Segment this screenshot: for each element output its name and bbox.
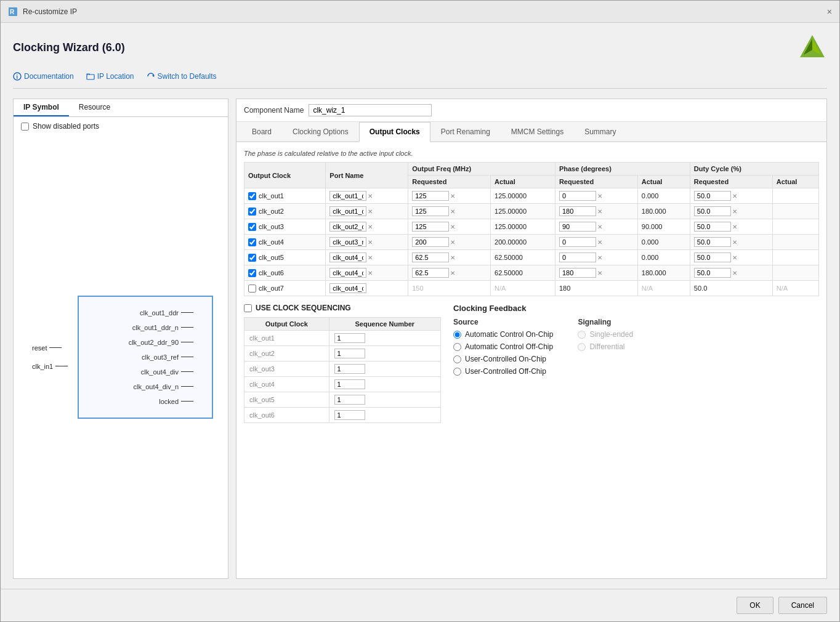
freq-req-clear[interactable]: ✕ bbox=[450, 239, 455, 246]
seq-clock-name: clk_out3 bbox=[244, 361, 329, 377]
phase-req-clear[interactable]: ✕ bbox=[597, 193, 602, 200]
port-input[interactable] bbox=[329, 206, 366, 216]
symbol-area: reset clk_in1 clk_out1_ddr bbox=[14, 135, 228, 578]
duty-req-clear[interactable]: ✕ bbox=[732, 193, 737, 200]
row-enabled-checkbox[interactable] bbox=[248, 269, 256, 277]
duty-req-input[interactable] bbox=[694, 222, 731, 232]
tab-resource[interactable]: Resource bbox=[69, 99, 120, 116]
port-input[interactable] bbox=[329, 252, 366, 262]
ip-location-button[interactable]: IP Location bbox=[86, 72, 134, 81]
left-ports: reset clk_in1 bbox=[32, 344, 68, 370]
phase-req-input[interactable] bbox=[559, 252, 596, 262]
phase-req-clear[interactable]: ✕ bbox=[597, 239, 602, 246]
seq-number-input[interactable] bbox=[334, 349, 365, 358]
freq-req-input[interactable] bbox=[412, 222, 449, 232]
freq-req-clear[interactable]: ✕ bbox=[450, 270, 455, 277]
duty-req-clear[interactable]: ✕ bbox=[732, 270, 737, 277]
duty-req-clear[interactable]: ✕ bbox=[732, 254, 737, 261]
duty-req-input[interactable] bbox=[694, 206, 731, 216]
source-user-on-chip-radio[interactable] bbox=[453, 355, 461, 363]
duty-req-clear[interactable]: ✕ bbox=[732, 224, 737, 230]
phase-req-clear[interactable]: ✕ bbox=[597, 208, 602, 215]
seq-number-input[interactable] bbox=[334, 395, 365, 405]
port-clear-btn[interactable]: ✕ bbox=[368, 239, 373, 246]
row-enabled-checkbox[interactable] bbox=[248, 285, 256, 293]
port-input[interactable] bbox=[329, 191, 366, 201]
port-clear-btn[interactable]: ✕ bbox=[368, 254, 373, 261]
phase-req-input[interactable] bbox=[559, 222, 596, 232]
seq-number-input[interactable] bbox=[334, 410, 365, 420]
row-enabled-checkbox[interactable] bbox=[248, 238, 256, 246]
ok-button[interactable]: OK bbox=[737, 597, 773, 614]
cell-phase-req: ✕ bbox=[555, 204, 637, 219]
tab-port-renaming[interactable]: Port Renaming bbox=[430, 122, 501, 142]
duty-req-clear[interactable]: ✕ bbox=[732, 208, 737, 215]
port-input[interactable] bbox=[329, 237, 366, 247]
left-panel: IP Symbol Resource Show disabled ports r… bbox=[13, 99, 228, 579]
row-enabled-checkbox[interactable] bbox=[248, 254, 256, 262]
source-auto-on-chip-radio[interactable] bbox=[453, 331, 461, 339]
duty-req-clear[interactable]: ✕ bbox=[732, 239, 737, 246]
port-clear-btn[interactable]: ✕ bbox=[368, 208, 373, 215]
port-input[interactable] bbox=[329, 222, 366, 232]
duty-req-input[interactable] bbox=[694, 268, 731, 278]
phase-req-clear[interactable]: ✕ bbox=[597, 270, 602, 277]
table-row: clk_out2 ✕ ✕ 125.00000 ✕ 180.000 ✕ bbox=[244, 204, 819, 219]
cell-port: ✕ bbox=[326, 188, 408, 204]
duty-req-input[interactable] bbox=[694, 252, 731, 262]
tab-ip-symbol[interactable]: IP Symbol bbox=[14, 99, 69, 116]
duty-req-input[interactable] bbox=[694, 191, 731, 201]
port-input[interactable] bbox=[329, 268, 366, 278]
phase-req-clear[interactable]: ✕ bbox=[597, 224, 602, 230]
close-button[interactable]: × bbox=[827, 7, 832, 17]
seq-number-input[interactable] bbox=[334, 379, 365, 389]
row-enabled-checkbox[interactable] bbox=[248, 192, 256, 200]
tab-summary[interactable]: Summary bbox=[574, 122, 626, 142]
freq-req-clear[interactable]: ✕ bbox=[450, 208, 455, 215]
phase-req-clear[interactable]: ✕ bbox=[597, 254, 602, 261]
port-input bbox=[329, 283, 366, 293]
freq-req-input[interactable] bbox=[412, 268, 449, 278]
freq-req-input[interactable] bbox=[412, 206, 449, 216]
port-clear-btn[interactable]: ✕ bbox=[368, 193, 373, 200]
show-disabled-checkbox[interactable] bbox=[21, 123, 29, 131]
switch-defaults-button[interactable]: Switch to Defaults bbox=[147, 72, 217, 81]
component-name-input[interactable] bbox=[309, 104, 432, 116]
seq-clock-name: clk_out1 bbox=[244, 331, 329, 346]
freq-act-value: 62.50000 bbox=[495, 269, 523, 277]
phase-req-input[interactable] bbox=[559, 237, 596, 247]
source-user-off-chip-radio[interactable] bbox=[453, 368, 461, 376]
bottom-bar: OK Cancel bbox=[1, 589, 839, 621]
freq-req-clear[interactable]: ✕ bbox=[450, 254, 455, 261]
cell-freq-act: 125.00000 bbox=[491, 204, 555, 219]
seq-table-row: clk_out4 bbox=[244, 377, 441, 392]
phase-req-input[interactable] bbox=[559, 191, 596, 201]
port-clear-btn[interactable]: ✕ bbox=[368, 224, 373, 230]
row-clock-name: clk_out2 bbox=[259, 208, 284, 215]
tab-content: The phase is calculated relative to the … bbox=[236, 142, 826, 578]
freq-req-input[interactable] bbox=[412, 191, 449, 201]
seq-number-input[interactable] bbox=[334, 364, 365, 374]
source-auto-off-chip-radio[interactable] bbox=[453, 343, 461, 351]
documentation-button[interactable]: i Documentation bbox=[13, 72, 74, 81]
tab-board[interactable]: Board bbox=[241, 122, 282, 142]
cancel-button[interactable]: Cancel bbox=[778, 597, 827, 614]
freq-req-clear[interactable]: ✕ bbox=[450, 193, 455, 200]
freq-req-input[interactable] bbox=[412, 237, 449, 247]
tab-output-clocks[interactable]: Output Clocks bbox=[359, 122, 430, 142]
row-clock-name: clk_out7 bbox=[259, 285, 284, 292]
tab-mmcm-settings[interactable]: MMCM Settings bbox=[501, 122, 574, 142]
seq-table-row: clk_out3 bbox=[244, 361, 441, 377]
freq-req-clear[interactable]: ✕ bbox=[450, 224, 455, 230]
seq-number-input[interactable] bbox=[334, 333, 365, 343]
row-enabled-checkbox[interactable] bbox=[248, 223, 256, 231]
row-enabled-checkbox[interactable] bbox=[248, 208, 256, 216]
freq-req-input[interactable] bbox=[412, 252, 449, 262]
phase-req-input[interactable] bbox=[559, 268, 596, 278]
phase-req-input[interactable] bbox=[559, 206, 596, 216]
info-icon: i bbox=[13, 72, 22, 81]
port-clear-btn[interactable]: ✕ bbox=[368, 270, 373, 277]
use-clock-seq-checkbox[interactable] bbox=[244, 304, 252, 312]
tab-clocking-options[interactable]: Clocking Options bbox=[282, 122, 359, 142]
duty-req-input[interactable] bbox=[694, 237, 731, 247]
